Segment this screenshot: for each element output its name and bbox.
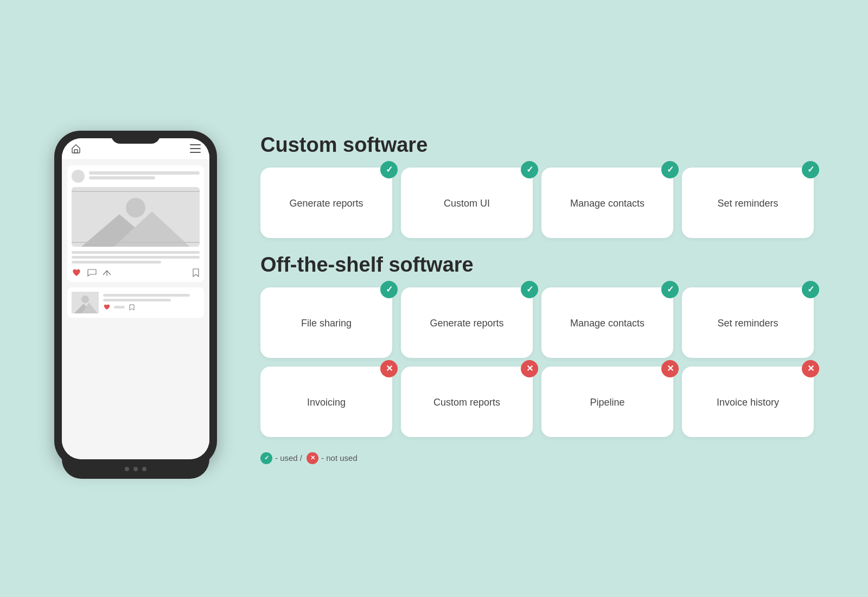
- legend-not-used: ✕ - not used: [307, 452, 358, 464]
- svg-point-8: [81, 296, 89, 303]
- feature-card-invoice-history: ✕Invoice history: [682, 367, 814, 437]
- offshelf-section: Off-the-shelf software ✓File sharing✓Gen…: [260, 253, 814, 437]
- dot-3: [142, 467, 146, 471]
- legend-x-badge: ✕: [307, 452, 318, 464]
- legend-used: ✓ - used /: [260, 452, 302, 464]
- share-icon: [102, 268, 112, 277]
- feature-card-label: Set reminders: [717, 197, 778, 210]
- check-badge: ✓: [380, 161, 398, 178]
- feature-card-label: Manage contacts: [570, 197, 644, 210]
- post-header: [72, 170, 200, 183]
- small-count-line: [114, 306, 125, 309]
- feature-card-label: Custom reports: [433, 396, 500, 409]
- x-badge: ✕: [521, 360, 538, 377]
- legend: ✓ - used / ✕ - not used: [260, 452, 814, 464]
- check-badge: ✓: [802, 161, 819, 178]
- small-post-right: [103, 294, 200, 311]
- page-container: Custom software ✓Generate reports✓Custom…: [54, 131, 814, 467]
- check-badge: ✓: [661, 281, 679, 298]
- feature-card-custom-ui: ✓Custom UI: [401, 168, 533, 238]
- feature-card-custom-reports: ✕Custom reports: [401, 367, 533, 437]
- bookmark-icon: [192, 268, 200, 278]
- feature-card-gen-reports-1: ✓Generate reports: [260, 168, 392, 238]
- offshelf-cards: ✓File sharing✓Generate reports✓Manage co…: [260, 287, 814, 437]
- post-header-lines: [89, 171, 200, 181]
- feature-card-label: Pipeline: [590, 396, 624, 409]
- post-text-line-2: [72, 256, 200, 259]
- check-badge: ✓: [661, 161, 679, 178]
- feature-card-pipeline: ✕Pipeline: [541, 367, 673, 437]
- feature-card-label: Generate reports: [430, 317, 503, 330]
- check-badge: ✓: [521, 281, 538, 298]
- feature-card-label: Custom UI: [444, 197, 490, 210]
- feature-card-label: Manage contacts: [570, 317, 644, 330]
- feature-card-label: File sharing: [301, 317, 352, 330]
- feature-card-manage-contacts-2: ✓Manage contacts: [541, 287, 673, 358]
- small-post-image: [72, 292, 99, 313]
- small-bookmark-icon: [128, 304, 136, 311]
- svg-rect-0: [74, 150, 78, 153]
- phone-notch: [111, 131, 160, 144]
- check-badge: ✓: [802, 281, 819, 298]
- post-text-line-3: [72, 261, 161, 264]
- post-actions-left: [72, 268, 112, 277]
- comment-icon: [87, 268, 97, 277]
- legend-check-badge: ✓: [260, 452, 272, 464]
- phone-bottom-dots: [62, 459, 209, 479]
- feature-card-file-sharing: ✓File sharing: [260, 287, 392, 358]
- home-icon: [71, 143, 81, 154]
- check-badge: ✓: [521, 161, 538, 178]
- custom-software-title: Custom software: [260, 133, 814, 157]
- post-image: [72, 187, 200, 247]
- feature-card-label: Generate reports: [289, 197, 363, 210]
- small-landscape-icon: [72, 292, 99, 313]
- heart-icon: [72, 268, 81, 277]
- post-subheader-line: [89, 176, 155, 179]
- x-badge: ✕: [802, 360, 819, 377]
- feature-card-gen-reports-2: ✓Generate reports: [401, 287, 533, 358]
- custom-software-cards: ✓Generate reports✓Custom UI✓Manage conta…: [260, 168, 814, 238]
- feature-card-set-reminders-1: ✓Set reminders: [682, 168, 814, 238]
- offshelf-title: Off-the-shelf software: [260, 253, 814, 277]
- x-badge: ✕: [380, 360, 398, 377]
- x-badge: ✕: [661, 360, 679, 377]
- post-text-line-1: [72, 251, 200, 254]
- svg-point-2: [126, 198, 145, 217]
- post-text-lines: [72, 251, 200, 264]
- hamburger-icon: [190, 144, 201, 153]
- small-heart-icon: [103, 304, 111, 311]
- phone-mockup: [54, 131, 228, 467]
- feature-card-label: Invoice history: [717, 396, 779, 409]
- post-card-1: [67, 165, 204, 282]
- check-badge: ✓: [380, 281, 398, 298]
- custom-software-section: Custom software ✓Generate reports✓Custom…: [260, 133, 814, 238]
- phone-body: [54, 131, 217, 467]
- landscape-image: [72, 187, 200, 247]
- post-header-line: [89, 171, 200, 175]
- dot-1: [125, 467, 129, 471]
- phone-content-area: [62, 160, 209, 459]
- feature-card-manage-contacts-1: ✓Manage contacts: [541, 168, 673, 238]
- feature-card-invoicing: ✕Invoicing: [260, 367, 392, 437]
- right-content: Custom software ✓Generate reports✓Custom…: [260, 133, 814, 464]
- dot-2: [133, 467, 138, 471]
- post-card-2: [67, 287, 204, 318]
- feature-card-set-reminders-2: ✓Set reminders: [682, 287, 814, 358]
- phone-screen: [62, 138, 209, 459]
- legend-not-used-label: - not used: [321, 453, 358, 463]
- small-post-line-1: [103, 294, 190, 297]
- small-post-line-2: [103, 299, 171, 301]
- legend-used-label: - used /: [275, 453, 302, 463]
- avatar: [72, 170, 85, 183]
- feature-card-label: Invoicing: [307, 396, 346, 409]
- feature-card-label: Set reminders: [717, 317, 778, 330]
- post-actions: [72, 268, 200, 278]
